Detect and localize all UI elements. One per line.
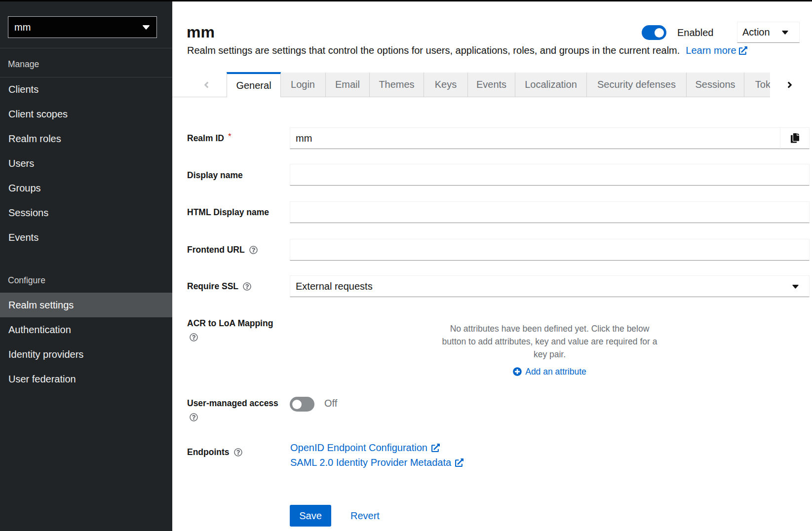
empty-state-text: key pair.: [290, 348, 810, 361]
action-dropdown-button[interactable]: Action: [737, 22, 800, 43]
question-circle-icon: [190, 413, 198, 421]
saml-metadata-link[interactable]: SAML 2.0 Identity Provider Metadata: [290, 455, 464, 470]
display-name-label: Display name: [187, 170, 243, 181]
external-link-icon: [431, 444, 440, 452]
sidebar-item-authentication[interactable]: Authentication: [0, 317, 172, 342]
tab-themes[interactable]: Themes: [369, 73, 424, 97]
realm-id-input[interactable]: [290, 127, 780, 149]
empty-state-text: button to add attributes, key and value …: [290, 335, 810, 348]
acr-loa-label-text: ACR to LoA Mapping: [187, 318, 273, 329]
sidebar-item-sessions[interactable]: Sessions: [0, 200, 172, 225]
sidebar-item-groups[interactable]: Groups: [0, 176, 172, 200]
help-icon[interactable]: [190, 413, 198, 421]
nav-section-configure: Configure: [8, 275, 166, 286]
html-display-name-label: HTML Display name: [187, 207, 269, 218]
question-circle-icon: [249, 246, 258, 254]
page-title: mm: [187, 24, 215, 40]
realm-id-label-text: Realm ID: [187, 133, 224, 144]
require-ssl-value: External requests: [296, 281, 373, 292]
save-button[interactable]: Save: [290, 505, 331, 527]
uma-state-label: Off: [324, 398, 337, 409]
display-name-label-text: Display name: [187, 170, 243, 181]
sidebar-item-client-scopes[interactable]: Client scopes: [0, 102, 172, 126]
question-circle-icon: [243, 282, 251, 291]
help-icon[interactable]: [190, 333, 198, 341]
external-link-icon: [739, 46, 747, 55]
copy-button[interactable]: [780, 127, 810, 149]
tab-events[interactable]: Events: [467, 73, 515, 97]
switch-knob: [292, 400, 302, 409]
frontend-url-label: Frontend URL: [187, 244, 258, 255]
help-icon[interactable]: [243, 282, 251, 291]
sidebar-item-user-federation[interactable]: User federation: [0, 367, 172, 391]
add-attribute-link[interactable]: Add an attribute: [290, 365, 810, 378]
saml-metadata-label: SAML 2.0 Identity Provider Metadata: [290, 457, 451, 468]
sidebar-item-users[interactable]: Users: [0, 151, 172, 176]
help-icon[interactable]: [234, 448, 242, 456]
sidebar: mm Manage Clients Client scopes Realm ro…: [0, 0, 172, 531]
action-dropdown-label: Action: [742, 27, 770, 38]
sidebar-item-clients[interactable]: Clients: [0, 77, 172, 102]
tabs-border: [172, 97, 227, 97]
user-managed-access-switch[interactable]: [290, 397, 314, 412]
empty-state-text: No attributes have been defined yet. Cli…: [290, 322, 810, 335]
add-attribute-label: Add an attribute: [525, 367, 586, 377]
realm-id-label: Realm ID *: [187, 133, 232, 144]
uma-label: User-managed access: [187, 398, 278, 409]
display-name-input[interactable]: [290, 164, 810, 186]
tab-scroll-right-button[interactable]: [780, 73, 800, 97]
require-ssl-select[interactable]: External requests: [290, 275, 810, 297]
frontend-url-input[interactable]: [290, 239, 810, 261]
tab-general[interactable]: General: [227, 72, 281, 97]
plus-circle-icon: [513, 367, 522, 376]
tab-tokens[interactable]: Tokens: [744, 73, 770, 97]
angle-left-icon: [204, 80, 209, 90]
endpoint-links: OpenID Endpoint Configuration SAML 2.0 I…: [290, 440, 464, 470]
sidebar-item-realm-settings[interactable]: Realm settings: [0, 293, 172, 317]
tab-sessions[interactable]: Sessions: [686, 73, 744, 97]
enabled-label: Enabled: [677, 27, 713, 38]
endpoints-label: Endpoints: [187, 447, 242, 457]
copy-icon: [791, 133, 799, 143]
masthead-edge: [0, 0, 812, 1]
required-asterisk: *: [228, 132, 232, 142]
enabled-switch[interactable]: [642, 25, 666, 40]
realm-description: Realm settings are settings that control…: [187, 45, 680, 56]
tab-tokens-clipped: Tokens: [744, 73, 770, 97]
caret-down-icon: [782, 31, 788, 35]
openid-endpoint-link[interactable]: OpenID Endpoint Configuration: [290, 440, 464, 455]
switch-knob: [655, 28, 664, 38]
help-icon[interactable]: [249, 246, 258, 254]
angle-right-icon: [787, 80, 792, 90]
realm-selector-value: mm: [14, 22, 31, 33]
sidebar-item-realm-roles[interactable]: Realm roles: [0, 126, 172, 151]
tab-login[interactable]: Login: [280, 73, 325, 97]
tab-keys[interactable]: Keys: [424, 73, 467, 97]
sidebar-item-identity-providers[interactable]: Identity providers: [0, 342, 172, 367]
acr-empty-state: No attributes have been defined yet. Cli…: [290, 322, 810, 378]
frontend-url-label-text: Frontend URL: [187, 245, 245, 255]
question-circle-icon: [234, 448, 242, 456]
require-ssl-label-text: Require SSL: [187, 281, 238, 292]
uma-label-text: User-managed access: [187, 398, 278, 409]
html-display-name-input[interactable]: [290, 201, 810, 223]
nav-section-manage: Manage: [8, 59, 166, 70]
tab-scroll-left-button[interactable]: [196, 73, 216, 97]
revert-button[interactable]: Revert: [350, 510, 380, 521]
require-ssl-label: Require SSL: [187, 281, 251, 292]
sidebar-item-events[interactable]: Events: [0, 225, 172, 250]
openid-endpoint-label: OpenID Endpoint Configuration: [290, 442, 427, 454]
endpoints-label-text: Endpoints: [187, 447, 230, 457]
external-link-icon: [455, 458, 464, 467]
realm-selector[interactable]: mm: [8, 16, 157, 38]
tab-security-defenses[interactable]: Security defenses: [586, 73, 686, 97]
learn-more-link[interactable]: Learn more: [686, 45, 736, 56]
caret-down-icon: [143, 25, 150, 30]
question-circle-icon: [190, 333, 198, 341]
caret-down-icon: [792, 285, 799, 289]
acr-loa-label: ACR to LoA Mapping: [187, 318, 273, 329]
html-display-name-label-text: HTML Display name: [187, 207, 269, 218]
realm-description-row: Realm settings are settings that control…: [187, 44, 747, 57]
tab-localization[interactable]: Localization: [515, 73, 586, 97]
tab-email[interactable]: Email: [325, 73, 369, 97]
